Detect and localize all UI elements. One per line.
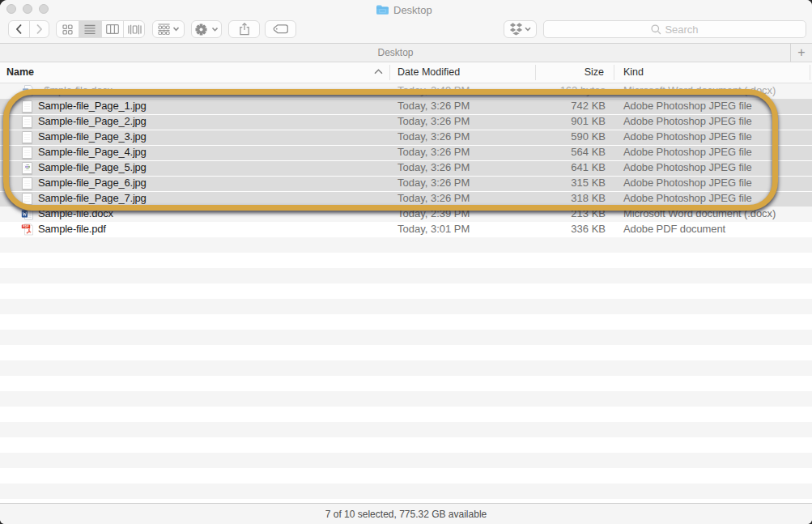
svg-text:PDF: PDF	[23, 225, 28, 228]
